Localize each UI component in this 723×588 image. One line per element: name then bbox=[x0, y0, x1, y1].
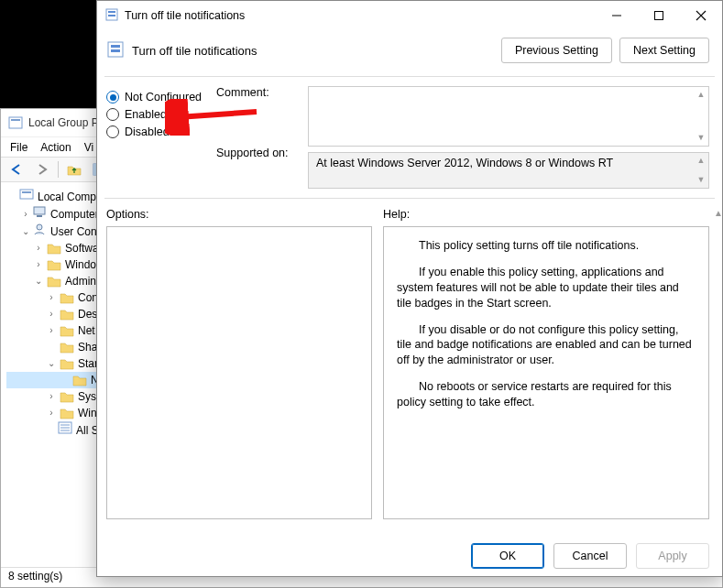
policy-icon bbox=[106, 40, 125, 61]
help-label: Help: bbox=[383, 208, 709, 221]
chevron-down-icon[interactable]: ⌄ bbox=[32, 273, 45, 289]
svg-rect-14 bbox=[108, 11, 115, 13]
radio-disabled[interactable]: Disabled bbox=[106, 125, 209, 138]
radio-icon bbox=[106, 125, 119, 138]
policy-icon bbox=[104, 7, 119, 25]
minimize-button[interactable] bbox=[596, 1, 638, 30]
folder-icon bbox=[47, 275, 61, 288]
previous-setting-button[interactable]: Previous Setting bbox=[501, 38, 612, 63]
scroll-buttons[interactable]: ▲▼ bbox=[696, 91, 707, 142]
chevron-right-icon[interactable]: › bbox=[45, 388, 58, 405]
svg-rect-22 bbox=[111, 49, 120, 52]
chevron-right-icon[interactable]: › bbox=[19, 206, 32, 223]
tree-item[interactable]: Admini bbox=[65, 273, 99, 289]
settings-list-icon bbox=[58, 421, 72, 439]
scroll-up-icon[interactable]: ▲ bbox=[696, 157, 707, 165]
scroll-down-icon[interactable]: ▼ bbox=[696, 134, 707, 142]
help-paragraph: This policy setting turns off tile notif… bbox=[397, 238, 696, 254]
help-paragraph: If you enable this policy setting, appli… bbox=[397, 265, 696, 311]
radio-label: Disabled bbox=[125, 125, 170, 138]
folder-icon bbox=[60, 308, 74, 321]
supported-on-field: At least Windows Server 2012, Windows 8 … bbox=[308, 152, 709, 189]
radio-icon bbox=[106, 91, 119, 103]
folder-icon bbox=[60, 291, 74, 304]
svg-rect-5 bbox=[22, 191, 31, 193]
cancel-button[interactable]: Cancel bbox=[553, 543, 627, 569]
tree-item[interactable]: Des bbox=[78, 306, 97, 322]
radio-icon bbox=[106, 108, 119, 121]
help-panel: This policy setting turns off tile notif… bbox=[383, 226, 709, 519]
computer-config-icon bbox=[32, 205, 47, 223]
user-config-icon bbox=[32, 223, 47, 240]
next-setting-button[interactable]: Next Setting bbox=[619, 38, 709, 63]
menu-action[interactable]: Action bbox=[40, 141, 71, 154]
radio-label: Not Configured bbox=[125, 91, 202, 103]
chevron-right-icon[interactable]: › bbox=[45, 405, 58, 421]
folder-icon bbox=[47, 242, 61, 255]
tree-computer[interactable]: Computer bbox=[50, 206, 99, 223]
folder-icon bbox=[60, 357, 74, 370]
radio-label: Enabled bbox=[125, 108, 167, 121]
svg-rect-0 bbox=[9, 117, 22, 128]
chevron-right-icon[interactable]: › bbox=[45, 306, 58, 322]
radio-enabled[interactable]: Enabled bbox=[106, 108, 209, 121]
folder-icon bbox=[72, 374, 87, 387]
options-help-row: Options: Help: This policy setting turns… bbox=[97, 199, 722, 519]
bg-title: Local Group P bbox=[28, 116, 99, 129]
toolbar-separator bbox=[58, 161, 59, 178]
dialog-footer: OK Cancel Apply bbox=[471, 543, 709, 569]
dialog-titlebar[interactable]: Turn off tile notifications bbox=[97, 1, 722, 30]
state-radio-group: Not Configured Enabled Disabled bbox=[106, 86, 209, 189]
radio-not-configured[interactable]: Not Configured bbox=[106, 91, 209, 103]
chevron-right-icon[interactable]: › bbox=[45, 289, 58, 306]
maximize-button[interactable] bbox=[638, 1, 680, 30]
tree-item[interactable]: All S bbox=[76, 422, 99, 439]
policy-settings-dialog: Turn off tile notifications Turn off til… bbox=[96, 0, 723, 577]
folder-icon bbox=[60, 341, 74, 354]
apply-button[interactable]: Apply bbox=[636, 543, 709, 569]
options-panel bbox=[106, 226, 372, 519]
field-labels: Comment: Supported on: bbox=[216, 86, 301, 189]
folder-icon bbox=[47, 258, 61, 271]
dialog-header: Turn off tile notifications Previous Set… bbox=[97, 30, 722, 76]
console-root-icon bbox=[19, 188, 34, 205]
chevron-down-icon[interactable]: ⌄ bbox=[19, 223, 32, 240]
up-folder-icon[interactable] bbox=[64, 159, 84, 180]
dialog-title: Turn off tile notifications bbox=[125, 9, 245, 22]
chevron-right-icon[interactable]: › bbox=[32, 256, 45, 273]
ok-button[interactable]: OK bbox=[471, 543, 544, 569]
tree-item[interactable]: Win bbox=[78, 405, 97, 421]
svg-rect-21 bbox=[111, 45, 120, 48]
help-paragraph: If you disable or do not configure this … bbox=[397, 322, 696, 369]
comment-textarea[interactable]: ▲▼ bbox=[308, 86, 709, 147]
chevron-right-icon[interactable]: › bbox=[32, 240, 45, 256]
scroll-buttons[interactable]: ▲▼ bbox=[696, 157, 707, 184]
tree-item[interactable]: Star bbox=[78, 355, 98, 372]
chevron-right-icon[interactable]: › bbox=[45, 322, 58, 339]
svg-rect-7 bbox=[37, 215, 42, 217]
scroll-up-icon[interactable]: ▲ bbox=[711, 208, 723, 218]
svg-rect-15 bbox=[108, 15, 115, 16]
scroll-up-icon[interactable]: ▲ bbox=[696, 91, 707, 99]
folder-icon bbox=[60, 407, 74, 419]
menu-file[interactable]: File bbox=[10, 141, 27, 154]
svg-rect-1 bbox=[11, 119, 20, 121]
help-text: This policy setting turns off tile notif… bbox=[384, 227, 708, 432]
settings-row: Not Configured Enabled Disabled Comment:… bbox=[97, 77, 722, 189]
chevron-down-icon[interactable]: ⌄ bbox=[45, 355, 58, 372]
tree-item[interactable]: Net bbox=[78, 322, 95, 339]
comment-label: Comment: bbox=[216, 86, 301, 147]
supported-label: Supported on: bbox=[216, 147, 301, 159]
back-icon[interactable] bbox=[6, 159, 27, 180]
scroll-down-icon[interactable]: ▼ bbox=[696, 176, 707, 184]
menu-view[interactable]: Vi bbox=[84, 141, 93, 154]
status-text: 8 setting(s) bbox=[8, 570, 62, 583]
dialog-subtitle: Turn off tile notifications bbox=[132, 44, 257, 58]
tree-item[interactable]: Con bbox=[78, 289, 98, 306]
svg-rect-17 bbox=[655, 12, 663, 20]
folder-icon bbox=[60, 390, 74, 403]
close-button[interactable] bbox=[680, 1, 722, 30]
forward-icon[interactable] bbox=[32, 159, 52, 180]
help-paragraph: No reboots or service restarts are requi… bbox=[397, 379, 696, 410]
svg-rect-6 bbox=[34, 207, 45, 214]
